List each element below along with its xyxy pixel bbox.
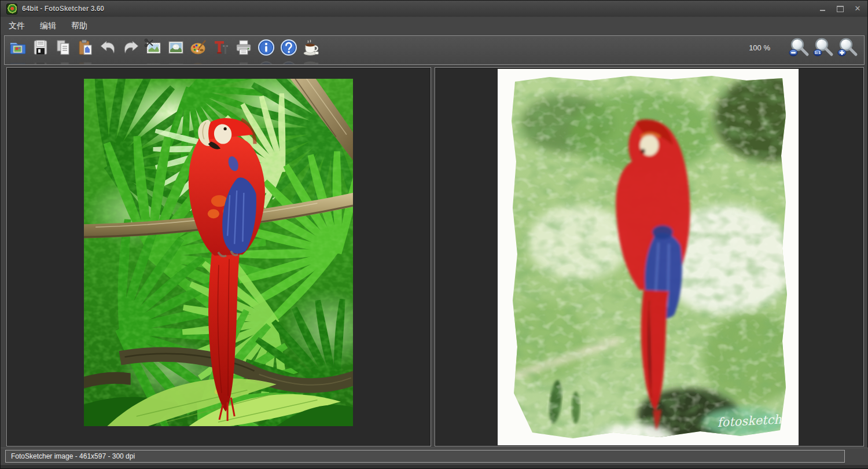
toolbar: 100 % (4, 35, 865, 65)
menu-help[interactable]: 帮助 (71, 21, 87, 31)
coffee-donate-button[interactable] (301, 38, 321, 58)
status-bar: FotoSketcher image - 461x597 - 300 dpi (1, 448, 868, 466)
drawing-parameters-palette-icon (189, 38, 208, 57)
save-image-icon (31, 38, 50, 57)
painted-image-pane[interactable]: fotosketcher (435, 67, 864, 446)
crop-image-button[interactable] (144, 38, 163, 58)
original-image-pane[interactable] (6, 67, 431, 446)
title-bar: 64bit - FotoSketcher 3.60 ✕ (1, 1, 867, 17)
print-icon (234, 38, 253, 57)
menu-file[interactable]: 文件 (9, 21, 25, 31)
undo-icon (99, 38, 117, 57)
menu-bar: 文件 编辑 帮助 (1, 17, 867, 35)
copy-button[interactable] (53, 38, 73, 58)
open-image-button[interactable] (8, 38, 28, 58)
window-title: 64bit - FotoSketcher 3.60 (22, 5, 104, 13)
add-text-button[interactable] (211, 38, 231, 58)
window-controls: ✕ (819, 5, 862, 12)
svg-text:1:1: 1:1 (815, 50, 821, 54)
maximize-button-icon[interactable] (836, 5, 844, 12)
redo-button[interactable] (121, 38, 141, 58)
modify-image-icon (167, 38, 185, 57)
close-button-icon[interactable]: ✕ (854, 5, 862, 12)
original-photo-scarlet-macaw (84, 79, 353, 426)
coffee-donate-icon (302, 38, 321, 57)
app-logo-icon (6, 3, 17, 14)
save-image-button[interactable] (31, 38, 50, 58)
zoom-out-magnifier-icon (788, 38, 811, 60)
info-icon (257, 38, 275, 57)
paste-button[interactable] (76, 38, 95, 58)
zoom-in-button[interactable] (836, 38, 860, 61)
app-window: 64bit - FotoSketcher 3.60 ✕ 文件 编辑 帮助 (0, 0, 868, 469)
window-bottom-edge (1, 465, 868, 469)
copy-icon (54, 38, 72, 57)
add-text-icon (212, 38, 230, 57)
menu-edit[interactable]: 编辑 (40, 21, 56, 31)
status-message: FotoSketcher image - 461x597 - 300 dpi (5, 450, 845, 463)
help-icon (279, 38, 298, 57)
zoom-out-button[interactable] (788, 38, 812, 61)
open-image-icon (9, 38, 27, 57)
info-button[interactable] (256, 38, 276, 58)
undo-button[interactable] (98, 38, 118, 58)
painting-paper: fotosketcher (498, 69, 799, 445)
modify-image-button[interactable] (166, 38, 186, 58)
help-button[interactable] (279, 38, 299, 58)
minimize-button-icon[interactable] (819, 5, 827, 12)
crop-image-icon (144, 38, 163, 57)
zoom-level-label: 100 % (749, 43, 770, 52)
paste-icon (76, 38, 95, 57)
zoom-in-magnifier-icon (837, 38, 860, 60)
zoom-actual-size-button[interactable]: 1:1 (812, 38, 836, 61)
drawing-parameters-button[interactable] (189, 38, 208, 58)
redo-icon (122, 38, 140, 57)
print-button[interactable] (234, 38, 253, 58)
painted-photo-scarlet-macaw: fotosketcher (498, 69, 799, 445)
zoom-actual-size-magnifier-icon: 1:1 (812, 38, 836, 60)
